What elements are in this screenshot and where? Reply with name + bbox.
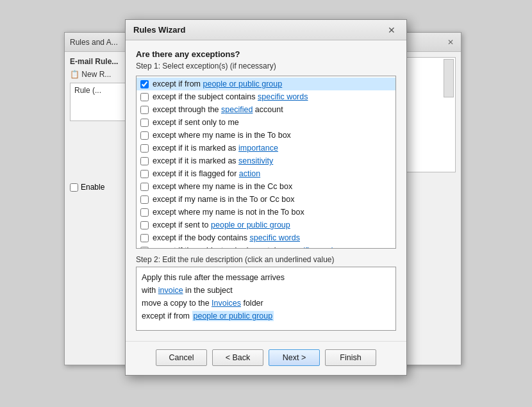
bg-enable-checkbox[interactable]: [70, 183, 78, 192]
exceptions-list-container: except if from people or public group ex…: [136, 76, 396, 249]
exception-text-13: except if the body contains specific wor…: [153, 233, 300, 242]
exception-item-7[interactable]: except if it is marked as sensitivity: [137, 154, 395, 167]
exception-checkbox-13[interactable]: [140, 234, 149, 242]
finish-button[interactable]: Finish: [325, 349, 376, 366]
exception-item-4[interactable]: except if sent only to me: [137, 116, 395, 129]
exception-checkbox-12[interactable]: [140, 221, 149, 229]
exception-text-6: except if it is marked as importance: [153, 144, 278, 153]
exception-text-12: except if sent to people or public group: [153, 220, 290, 229]
exception-checkbox-9[interactable]: [140, 183, 149, 191]
exception-checkbox-2[interactable]: [140, 93, 149, 101]
rule-people-link[interactable]: people or public group: [192, 311, 274, 321]
exception-link-12[interactable]: people or public group: [211, 220, 290, 229]
rule-line-3: move a copy to the Invoices folder: [142, 297, 390, 310]
rule-description-box: Apply this rule after the message arrive…: [136, 267, 396, 331]
rule-invoices-link[interactable]: Invoices: [212, 299, 241, 308]
dialog-title: Rules Wizard: [133, 25, 186, 35]
button-row: Cancel < Back Next > Finish: [126, 341, 406, 375]
exception-link-2[interactable]: specific words: [258, 92, 308, 101]
exception-text-4: except if sent only to me: [153, 118, 239, 127]
exception-item-5[interactable]: except where my name is in the To box: [137, 129, 395, 142]
rule-line-1: Apply this rule after the message arrive…: [142, 271, 390, 284]
step1-label: Step 1: Select exception(s) (if necessar…: [136, 62, 396, 71]
exception-link-14[interactable]: specific words: [287, 246, 337, 248]
exception-checkbox-14[interactable]: [140, 247, 149, 249]
exception-checkbox-4[interactable]: [140, 119, 149, 127]
exception-item-3[interactable]: except through the specified account: [137, 103, 395, 116]
exception-item-8[interactable]: except if it is flagged for action: [137, 167, 395, 180]
bg-window-title: Rules and A...: [70, 38, 118, 47]
exception-text-7: except if it is marked as sensitivity: [153, 156, 273, 165]
exception-item-12[interactable]: except if sent to people or public group: [137, 219, 395, 231]
bg-close-icon[interactable]: ✕: [445, 37, 456, 47]
rule-invoice-link[interactable]: invoice: [158, 286, 183, 295]
exception-item-2[interactable]: except if the subject contains specific …: [137, 90, 395, 103]
exception-text-14: except if the subject or body contains s…: [153, 246, 337, 248]
exception-text-2: except if the subject contains specific …: [153, 92, 308, 101]
exception-item-14[interactable]: except if the subject or body contains s…: [137, 244, 395, 248]
exception-checkbox-10[interactable]: [140, 195, 149, 204]
bg-scrollbar[interactable]: [444, 59, 454, 97]
back-button[interactable]: < Back: [212, 349, 263, 366]
exception-checkbox-1[interactable]: [140, 80, 149, 88]
bg-enable-label: Enable: [81, 183, 104, 192]
step2-label: Step 2: Edit the rule description (click…: [136, 255, 396, 264]
exception-item-13[interactable]: except if the body contains specific wor…: [137, 231, 395, 244]
exception-item-10[interactable]: except if my name is in the To or Cc box: [137, 193, 395, 206]
dialog-titlebar: Rules Wizard ✕: [126, 20, 406, 40]
exception-link-13[interactable]: specific words: [249, 233, 300, 242]
cancel-button[interactable]: Cancel: [156, 349, 207, 366]
exception-item-6[interactable]: except if it is marked as importance: [137, 142, 395, 154]
exception-text-3: except through the specified account: [153, 105, 283, 114]
exception-text-11: except where my name is not in the To bo…: [153, 208, 304, 217]
exception-item-1[interactable]: except if from people or public group: [137, 78, 395, 90]
exception-text-5: except where my name is in the To box: [153, 131, 291, 140]
exception-text-10: except if my name is in the To or Cc box: [153, 195, 294, 204]
exception-checkbox-6[interactable]: [140, 144, 149, 153]
exception-checkbox-8[interactable]: [140, 170, 149, 178]
dialog-body: Are there any exceptions? Step 1: Select…: [126, 40, 406, 336]
rule-line-2: with invoice in the subject: [142, 284, 390, 297]
exception-link-3[interactable]: specified: [221, 105, 253, 114]
exceptions-list: except if from people or public group ex…: [137, 76, 395, 248]
exception-link-6[interactable]: importance: [238, 144, 278, 153]
exception-checkbox-11[interactable]: [140, 208, 149, 217]
exception-text-9: except where my name is in the Cc box: [153, 182, 292, 191]
exception-link-8[interactable]: action: [239, 169, 260, 178]
exception-item-11[interactable]: except where my name is not in the To bo…: [137, 206, 395, 219]
rules-wizard-dialog: Rules Wizard ✕ Are there any exceptions?…: [125, 19, 407, 376]
exception-text-1: except if from people or public group: [153, 79, 282, 88]
rule-line-4: except if from people or public group: [142, 310, 390, 322]
exception-checkbox-7[interactable]: [140, 157, 149, 165]
exception-checkbox-5[interactable]: [140, 131, 149, 140]
exception-text-8: except if it is flagged for action: [153, 169, 260, 178]
exception-link-1[interactable]: people or public group: [203, 79, 283, 88]
exception-item-9[interactable]: except where my name is in the Cc box: [137, 180, 395, 193]
next-button[interactable]: Next >: [269, 349, 320, 366]
dialog-close-button[interactable]: ✕: [385, 23, 399, 37]
question-text: Are there any exceptions?: [136, 49, 396, 59]
exception-link-7[interactable]: sensitivity: [238, 156, 273, 165]
exception-checkbox-3[interactable]: [140, 106, 149, 114]
